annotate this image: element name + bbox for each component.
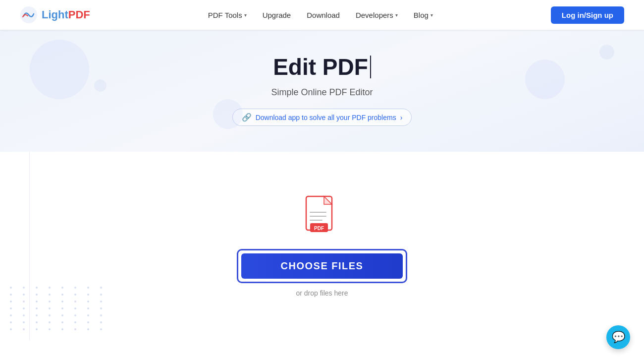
dot xyxy=(61,294,63,296)
dot xyxy=(87,314,89,316)
svg-text:PDF: PDF xyxy=(314,226,324,231)
dot xyxy=(74,294,76,296)
dot xyxy=(23,314,25,316)
dot xyxy=(36,328,38,330)
dot xyxy=(100,294,102,296)
chevron-down-icon: ▾ xyxy=(430,12,433,18)
dot xyxy=(100,321,102,323)
dot xyxy=(87,307,89,309)
drop-label: or drop files here xyxy=(296,289,348,297)
dot xyxy=(87,301,89,302)
download-app-link[interactable]: 🔗 Download app to solve all your PDF pro… xyxy=(232,109,412,126)
logo-text: LightPDF xyxy=(42,8,90,21)
dot xyxy=(23,307,25,309)
dot xyxy=(36,307,38,309)
chat-icon: 💬 xyxy=(612,331,625,344)
upload-section: PDF CHOOSE FILES or drop files here xyxy=(0,152,644,340)
dot xyxy=(23,287,25,289)
chevron-down-icon: ▾ xyxy=(395,12,398,18)
login-signup-button[interactable]: Log in/Sign up xyxy=(551,6,624,24)
nav-download[interactable]: Download xyxy=(307,11,340,19)
dot xyxy=(10,294,12,296)
app-icon: 🔗 xyxy=(242,113,252,122)
logo[interactable]: LightPDF xyxy=(20,6,90,24)
dot xyxy=(87,287,89,289)
upload-zone: CHOOSE FILES or drop files here xyxy=(237,249,408,297)
dot xyxy=(100,328,102,330)
dot xyxy=(100,307,102,309)
dot xyxy=(36,314,38,316)
dot xyxy=(10,328,12,330)
dot xyxy=(49,287,51,289)
chat-bubble-button[interactable]: 💬 xyxy=(606,325,630,349)
dot xyxy=(100,301,102,302)
dot xyxy=(74,328,76,330)
dot xyxy=(74,314,76,316)
dot xyxy=(87,328,89,330)
chevron-down-icon: ▾ xyxy=(244,12,247,18)
dot xyxy=(23,328,25,330)
dot xyxy=(23,294,25,296)
dot xyxy=(49,321,51,323)
dot xyxy=(61,314,63,316)
dot xyxy=(10,287,12,289)
nav-developers[interactable]: Developers ▾ xyxy=(356,11,398,19)
choose-files-outer: CHOOSE FILES xyxy=(237,249,408,283)
nav-blog[interactable]: Blog ▾ xyxy=(414,11,433,19)
dot xyxy=(23,321,25,323)
dot xyxy=(61,307,63,309)
dot xyxy=(49,307,51,309)
page-title: Edit PDF xyxy=(10,54,634,80)
dot xyxy=(49,314,51,316)
dot xyxy=(23,301,25,302)
dot xyxy=(61,328,63,330)
dot xyxy=(36,287,38,289)
nav-links: PDF Tools ▾ Upgrade Download Developers … xyxy=(208,11,433,19)
dot xyxy=(49,328,51,330)
logo-icon xyxy=(20,6,38,24)
dot xyxy=(74,321,76,323)
dot xyxy=(10,321,12,323)
dot xyxy=(10,301,12,302)
hero-section: Edit PDF Simple Online PDF Editor 🔗 Down… xyxy=(0,30,644,152)
dot xyxy=(87,294,89,296)
dot xyxy=(61,287,63,289)
text-cursor xyxy=(370,56,371,78)
dot xyxy=(49,301,51,302)
dot xyxy=(61,301,63,302)
dot xyxy=(87,321,89,323)
dot xyxy=(10,314,12,316)
pdf-icon-svg: PDF xyxy=(304,195,340,239)
dot xyxy=(10,307,12,309)
dot xyxy=(61,321,63,323)
nav-pdf-tools[interactable]: PDF Tools ▾ xyxy=(208,11,247,19)
dot xyxy=(49,294,51,296)
navbar: LightPDF PDF Tools ▾ Upgrade Download De… xyxy=(0,0,644,30)
dot xyxy=(36,301,38,302)
nav-upgrade[interactable]: Upgrade xyxy=(263,11,291,19)
dot xyxy=(74,307,76,309)
dot-grid xyxy=(0,277,118,340)
choose-files-button[interactable]: CHOOSE FILES xyxy=(241,253,403,279)
dot xyxy=(36,294,38,296)
dot xyxy=(74,301,76,302)
dot xyxy=(36,321,38,323)
dot xyxy=(74,287,76,289)
pdf-file-icon: PDF xyxy=(304,195,340,241)
dot xyxy=(100,287,102,289)
dot xyxy=(100,314,102,316)
hero-subtitle: Simple Online PDF Editor xyxy=(10,87,634,98)
